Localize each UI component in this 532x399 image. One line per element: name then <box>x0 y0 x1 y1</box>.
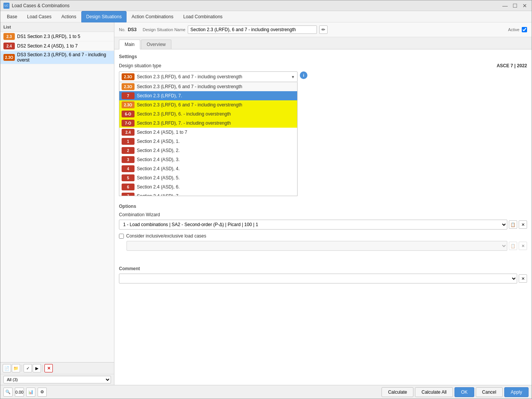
settings-button[interactable]: ⚙ <box>38 388 47 397</box>
number-button[interactable]: 0.00 <box>15 388 24 397</box>
wizard-select[interactable]: 1 - Load combinations | SA2 - Second-ord… <box>119 220 507 230</box>
main-window: LC Load Cases & Combinations — ☐ ✕ Base … <box>0 0 532 399</box>
open-button[interactable]: 📁 <box>12 364 20 372</box>
dropdown-item[interactable]: 1 Section 2.4 (ASD), 1. <box>119 137 297 146</box>
list-header: List <box>0 22 114 32</box>
item-badge: 1 <box>122 138 135 145</box>
ds-number: DS3 <box>128 27 136 32</box>
info-button[interactable]: i <box>300 71 307 79</box>
dropdown-item[interactable]: 4 Section 2.4 (ASD), 4. <box>119 164 297 173</box>
options-label: Options <box>119 204 527 209</box>
bottom-left-toolbar: 🔍 0.00 📊 ⚙ <box>3 388 47 397</box>
delete-button[interactable]: ✕ <box>44 364 53 372</box>
inclusive-checkbox[interactable] <box>119 234 124 239</box>
options-section: Options Combination Wizard 1 - Load comb… <box>119 204 527 251</box>
apply-button[interactable]: Apply <box>504 387 529 397</box>
edit-name-button[interactable]: ✏ <box>319 25 328 34</box>
dropdown-item[interactable]: 2.3O Section 2.3 (LRFD), 6 and 7 - inclu… <box>119 100 297 109</box>
ok-button[interactable]: OK <box>454 387 474 397</box>
tab-action-combinations[interactable]: Action Combinations <box>127 11 178 22</box>
comment-section: Comment ✕ <box>119 266 527 283</box>
inclusive-edit-button[interactable]: 📋 <box>509 242 517 250</box>
calculate-button[interactable]: Calculate <box>382 387 413 397</box>
close-button[interactable]: ✕ <box>521 2 529 10</box>
wizard-edit-button[interactable]: 📋 <box>509 220 517 229</box>
comment-row: ✕ <box>119 274 527 283</box>
item-badge: 2.4 <box>122 129 135 136</box>
design-situation-dropdown[interactable]: 2.3O Section 2.3 (LRFD), 6 and 7 - inclu… <box>119 71 298 82</box>
tab-actions[interactable]: Actions <box>56 11 81 22</box>
tab-design-situations[interactable]: Design Situations <box>81 11 127 22</box>
ds-label: DS3 Section 2.3 (LRFD), 6 and 7 - includ… <box>17 52 111 63</box>
dropdown-item[interactable]: 6-O Section 2.3 (LRFD), 6. - including o… <box>119 109 297 119</box>
name-input[interactable] <box>188 25 317 34</box>
dropdown-item[interactable]: 7-O Section 2.3 (LRFD), 7. - including o… <box>119 119 297 128</box>
item-badge: 7-O <box>122 120 135 127</box>
dropdown-item[interactable]: 5 Section 2.4 (ASD), 5. <box>119 173 297 182</box>
inclusive-clear-button[interactable]: ✕ <box>519 242 527 250</box>
selected-text: Section 2.3 (LRFD), 6 and 7 - including … <box>137 74 289 79</box>
active-checkbox[interactable] <box>522 27 527 32</box>
item-badge: 5 <box>122 174 135 181</box>
dropdown-item[interactable]: 7 Section 2.4 (ASD), 7. <box>119 192 297 196</box>
dropdown-item[interactable]: 2 Section 2.4 (ASD), 2. <box>119 146 297 155</box>
footer-filter: All (3) <box>0 374 114 385</box>
chart-button[interactable]: 📊 <box>26 388 35 397</box>
no-label: No. <box>119 27 125 32</box>
list-item[interactable]: 2.4 DS2 Section 2.4 (ASD), 1 to 7 <box>0 41 114 51</box>
dropdown-item[interactable]: 2.4 Section 2.4 (ASD), 1 to 7 <box>119 128 297 137</box>
dropdown-item[interactable]: 7 Section 2.3 (LRFD), 7. <box>119 91 297 100</box>
app-icon: LC <box>3 3 10 9</box>
item-badge: 3 <box>122 156 135 163</box>
minimize-button[interactable]: — <box>501 2 509 10</box>
dropdown-item[interactable]: 3 Section 2.4 (ASD), 3. <box>119 155 297 164</box>
active-group: Active <box>508 27 527 32</box>
item-text: Section 2.3 (LRFD), 7. - including overs… <box>137 120 231 126</box>
item-text: Section 2.4 (ASD), 6. <box>137 184 180 190</box>
item-text: Section 2.3 (LRFD), 7. <box>137 93 182 98</box>
ds-badge: 2.4 <box>3 43 15 49</box>
verify-button[interactable]: ✓ <box>24 364 32 372</box>
filter-select[interactable]: All (3) <box>3 376 111 383</box>
dropdown-item[interactable]: 2.3O Section 2.3 (LRFD), 6 and 7 - inclu… <box>119 82 297 91</box>
comment-clear-button[interactable]: ✕ <box>519 274 527 283</box>
comment-label: Comment <box>119 266 527 271</box>
tab-main[interactable]: Main <box>119 40 140 49</box>
active-label: Active <box>508 27 519 32</box>
cancel-button[interactable]: Cancel <box>476 387 503 397</box>
list-footer: 📄 📁 ✓ ▶ ✕ All (3) <box>0 362 114 385</box>
footer-toolbar: 📄 📁 ✓ ▶ ✕ <box>0 363 114 374</box>
list-item[interactable]: 2.3O DS3 Section 2.3 (LRFD), 6 and 7 - i… <box>0 51 114 64</box>
ds-header: No. DS3 Design Situation Name ✏ Active <box>114 22 532 37</box>
main-content: List 2.3 DS1 Section 2.3 (LRFD), 1 to 5 … <box>0 22 532 385</box>
tab-load-combinations[interactable]: Load Combinations <box>178 11 227 22</box>
list-item[interactable]: 2.3 DS1 Section 2.3 (LRFD), 1 to 5 <box>0 32 114 41</box>
comment-select[interactable] <box>119 274 517 283</box>
ds-badge: 2.3O <box>3 54 15 61</box>
calculate-all-button[interactable]: Calculate All <box>415 387 453 397</box>
combination-wizard-label: Combination Wizard <box>119 212 527 217</box>
wizard-clear-button[interactable]: ✕ <box>519 220 527 229</box>
dropdown-item[interactable]: 6 Section 2.4 (ASD), 6. <box>119 182 297 192</box>
settings-area: Settings Design situation type ASCE 7 | … <box>114 49 532 385</box>
tab-overview[interactable]: Overview <box>141 40 171 49</box>
right-panel: No. DS3 Design Situation Name ✏ Active M… <box>114 22 532 385</box>
tab-bar: Main Overview <box>114 37 532 49</box>
inclusive-select[interactable] <box>127 241 507 251</box>
dropdown-selected[interactable]: 2.3O Section 2.3 (LRFD), 6 and 7 - inclu… <box>119 71 298 82</box>
item-badge: 2.3O <box>122 83 135 90</box>
ds-label: DS1 Section 2.3 (LRFD), 1 to 5 <box>17 34 80 39</box>
inclusive-label[interactable]: Consider inclusive/exclusive load cases <box>126 233 206 239</box>
item-badge: 2.3O <box>122 101 135 108</box>
new-button[interactable]: 📄 <box>3 364 11 372</box>
search-button[interactable]: 🔍 <box>3 388 13 397</box>
item-text: Section 2.4 (ASD), 7. <box>137 193 180 196</box>
maximize-button[interactable]: ☐ <box>511 2 519 10</box>
run-button[interactable]: ▶ <box>33 364 41 372</box>
tab-base[interactable]: Base <box>2 11 22 22</box>
tab-load-cases[interactable]: Load Cases <box>22 11 56 22</box>
item-text: Section 2.4 (ASD), 4. <box>137 166 180 171</box>
item-text: Section 2.3 (LRFD), 6 and 7 - including … <box>137 102 242 108</box>
item-text: Section 2.4 (ASD), 2. <box>137 148 180 153</box>
dropdown-list[interactable]: 2.3O Section 2.3 (LRFD), 6 and 7 - inclu… <box>119 82 298 196</box>
